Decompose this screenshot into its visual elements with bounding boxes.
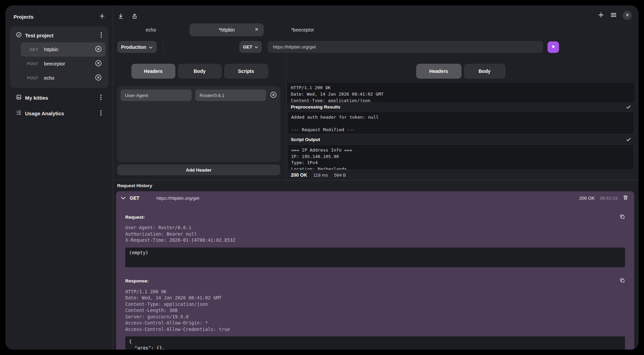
request-method: GET bbox=[21, 47, 38, 52]
tab-request-headers[interactable]: Headers bbox=[131, 64, 175, 79]
request-method: POST bbox=[21, 62, 38, 66]
copy-request-button[interactable] bbox=[620, 214, 625, 220]
check-circle-icon bbox=[16, 32, 22, 39]
sidebar: Projects Test project GET httpbin bbox=[5, 5, 113, 350]
history-response-headers: HTTP/1.1 200 OK Date: Wed, 14 Jan 2026 0… bbox=[125, 289, 625, 333]
remove-request-button[interactable] bbox=[95, 45, 102, 54]
tab-request-scripts[interactable]: Scripts bbox=[224, 64, 268, 79]
request-method: POST bbox=[21, 76, 38, 80]
tab-response-headers[interactable]: Headers bbox=[416, 64, 461, 79]
copy-icon bbox=[620, 214, 625, 220]
url-input[interactable] bbox=[268, 41, 543, 53]
chevron-down-icon bbox=[255, 44, 258, 50]
history-entry-meta: 200 OK 09:41:03 bbox=[579, 195, 628, 201]
delete-entry-button[interactable] bbox=[623, 195, 628, 201]
request-section-header: Request: bbox=[125, 214, 625, 220]
project-menu-button[interactable] bbox=[101, 32, 102, 39]
close-icon bbox=[255, 27, 259, 33]
chevron-down-icon bbox=[121, 196, 126, 201]
copy-response-button[interactable] bbox=[620, 278, 625, 284]
plus-icon bbox=[99, 13, 105, 20]
circle-x-icon bbox=[95, 60, 102, 68]
tab-label: *beeceptor bbox=[291, 27, 314, 33]
collection-menu-button[interactable] bbox=[100, 95, 102, 101]
close-app-button[interactable] bbox=[623, 11, 632, 20]
history-entry-header[interactable]: GET https://httpbin.org/get 200 OK 09:41… bbox=[116, 191, 634, 205]
sidebar-request-echo[interactable]: POST echo bbox=[21, 71, 106, 85]
header-value-input[interactable] bbox=[195, 90, 266, 101]
plus-icon bbox=[598, 12, 604, 19]
response-tabs: Headers Body bbox=[287, 64, 634, 79]
sidebar-request-beeceptor[interactable]: POST beeceptor bbox=[21, 57, 106, 71]
tab-strip: echo *httpbin *beeceptor bbox=[114, 23, 340, 36]
kebab-icon bbox=[100, 110, 102, 117]
environment-dropdown[interactable]: Production bbox=[117, 41, 157, 53]
request-editor-tabs: Headers Body Scripts bbox=[113, 64, 286, 79]
collection-menu-button[interactable] bbox=[100, 110, 102, 117]
project-header[interactable]: Test project bbox=[13, 29, 106, 42]
history-status: 200 OK bbox=[579, 196, 595, 201]
collection-name: My kitties bbox=[25, 95, 48, 101]
app-window: Projects Test project GET httpbin bbox=[5, 5, 639, 350]
import-button[interactable] bbox=[117, 13, 124, 20]
request-editor-pane: Headers Body Scripts Add Header bbox=[113, 57, 286, 180]
tab-request-body[interactable]: Body bbox=[178, 64, 222, 79]
circle-x-icon bbox=[95, 74, 102, 82]
history-request-headers: User-Agent: Roster/0.6.1 Authorization: … bbox=[125, 224, 625, 243]
history-entry-card: GET https://httpbin.org/get 200 OK 09:41… bbox=[116, 191, 634, 350]
tab-response-body[interactable]: Body bbox=[464, 64, 506, 79]
list-icon bbox=[16, 110, 22, 117]
history-method: GET bbox=[130, 195, 139, 201]
response-headers-text: HTTP/1.1 200 OK Date: Wed, 14 Jan 2026 0… bbox=[287, 83, 634, 102]
tab-echo[interactable]: echo bbox=[114, 23, 188, 36]
history-request-section: Request: User-Agent: Roster/0.6.1 Author… bbox=[116, 214, 634, 267]
request-response-split: Headers Body Scripts Add Header bbox=[113, 57, 639, 180]
remove-request-button[interactable] bbox=[95, 60, 102, 68]
collapse-entry-button[interactable] bbox=[121, 196, 126, 201]
response-status-bar: 200 OK 118 ms 564 B bbox=[287, 170, 634, 180]
add-header-button[interactable]: Add Header bbox=[117, 164, 280, 175]
tab-label: *httpbin bbox=[219, 27, 235, 33]
sidebar-item-my-kitties[interactable]: My kitties bbox=[5, 91, 113, 105]
remove-request-button[interactable] bbox=[95, 74, 102, 82]
history-response-section: Response: HTTP/1.1 200 OK Date: Wed, 14 … bbox=[116, 278, 634, 350]
hamburger-icon bbox=[610, 12, 617, 19]
method-dropdown[interactable]: GET bbox=[239, 41, 262, 53]
sidebar-header: Projects bbox=[5, 5, 113, 23]
preprocessing-panel-header[interactable]: Preprocessing Results bbox=[287, 102, 634, 112]
main-area: echo *httpbin *beeceptor Production bbox=[113, 5, 639, 350]
history-section: Request History GET https://httpbin.org/… bbox=[113, 180, 639, 350]
screen: Projects Test project GET httpbin bbox=[0, 0, 644, 355]
header-row bbox=[121, 90, 277, 101]
sidebar-request-httpbin[interactable]: GET httpbin bbox=[21, 42, 106, 57]
history-url: https://httpbin.org/get bbox=[156, 196, 199, 201]
export-button[interactable] bbox=[131, 13, 138, 20]
close-tab-button[interactable] bbox=[255, 27, 259, 33]
method-label: GET bbox=[243, 44, 253, 50]
circle-x-icon bbox=[95, 45, 102, 54]
tab-beeceptor[interactable]: *beeceptor bbox=[265, 23, 340, 36]
new-tab-button[interactable] bbox=[598, 12, 604, 19]
history-time: 09:41:03 bbox=[600, 196, 618, 201]
download-icon bbox=[117, 13, 124, 20]
image-icon bbox=[16, 94, 22, 101]
header-key-input[interactable] bbox=[121, 90, 192, 101]
copy-icon bbox=[620, 278, 625, 284]
send-request-button[interactable] bbox=[548, 41, 559, 53]
preprocessing-output: Added auth header for token: null --- Re… bbox=[287, 112, 634, 134]
collection-name: Usage Analytics bbox=[25, 111, 64, 116]
history-request-body: (empty) bbox=[125, 248, 625, 267]
remove-header-button[interactable] bbox=[270, 91, 277, 99]
topbar-right-icons bbox=[598, 11, 632, 20]
kebab-icon bbox=[100, 95, 102, 101]
menu-button[interactable] bbox=[610, 12, 617, 19]
tab-httpbin-active[interactable]: *httpbin bbox=[190, 23, 264, 36]
script-output-panel-header[interactable]: Script Output bbox=[287, 134, 634, 144]
chevron-down-icon bbox=[149, 44, 153, 50]
add-project-button[interactable] bbox=[99, 13, 105, 20]
status-size: 564 B bbox=[334, 173, 346, 178]
request-bar: Production GET bbox=[117, 41, 639, 53]
script-output: === IP Address Info === IP: 195.146.105.… bbox=[287, 144, 634, 170]
environment-label: Production bbox=[121, 44, 146, 50]
sidebar-item-usage-analytics[interactable]: Usage Analytics bbox=[5, 106, 113, 120]
